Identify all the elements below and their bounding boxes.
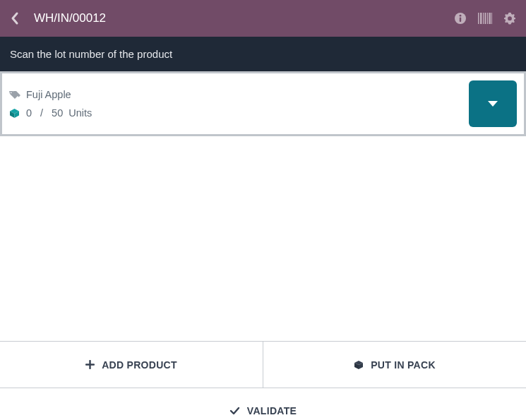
add-product-button[interactable]: ADD PRODUCT [0,342,263,388]
action-bar: ADD PRODUCT PUT IN PACK [0,341,526,388]
uom-label: Units [68,107,92,119]
svg-point-1 [460,15,462,17]
content-area [0,136,526,341]
product-line: Fuji Apple 0 / 50 Units [0,71,526,136]
svg-rect-4 [480,13,482,24]
info-icon[interactable] [454,12,467,25]
svg-rect-7 [487,13,488,24]
product-name: Fuji Apple [26,89,71,100]
put-in-pack-label: PUT IN PACK [371,359,436,371]
svg-point-10 [11,92,12,93]
box-icon [9,108,20,119]
qty-separator: / [40,107,43,119]
gear-icon[interactable] [503,12,516,25]
package-icon [354,360,364,370]
chevron-left-icon [10,11,20,25]
svg-rect-5 [483,13,484,24]
app-header: WH/IN/00012 [0,0,526,37]
qty-done: 0 [26,107,32,119]
product-info: Fuji Apple 0 / 50 Units [9,89,469,119]
back-button[interactable] [10,11,20,25]
validate-button[interactable]: VALIDATE [0,388,526,420]
put-in-pack-button[interactable]: PUT IN PACK [263,342,526,388]
caret-down-icon [486,100,499,108]
check-icon [229,407,240,415]
qty-demand: 50 [52,107,63,119]
plus-icon [85,360,95,369]
svg-rect-8 [489,13,491,24]
page-title: WH/IN/00012 [34,11,454,25]
line-expand-button[interactable] [469,80,517,127]
barcode-icon[interactable] [478,13,492,24]
svg-rect-2 [460,18,461,23]
product-qty-row: 0 / 50 Units [9,107,469,119]
validate-label: VALIDATE [247,405,297,416]
svg-rect-9 [491,13,492,24]
tag-icon [9,90,20,100]
svg-rect-6 [485,13,486,24]
svg-rect-3 [478,13,479,24]
header-icons [454,12,516,25]
product-name-row: Fuji Apple [9,89,469,100]
instruction-bar: Scan the lot number of the product [0,37,526,71]
add-product-label: ADD PRODUCT [102,359,177,371]
